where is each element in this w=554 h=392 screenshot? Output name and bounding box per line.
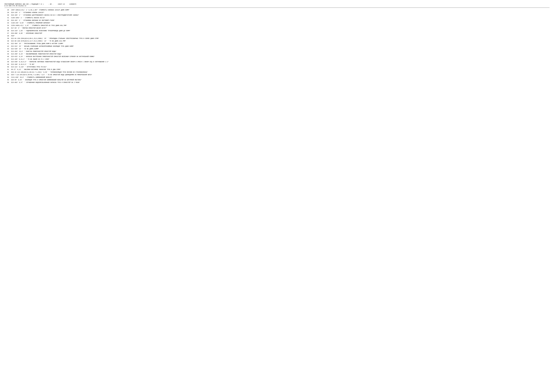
row-number: 46	[5, 56, 11, 58]
table-row: 42Е22-521' 25' ' ВЕСЬМА УСИЛЕННАЯ АНТИКО…	[5, 45, 549, 47]
row-content: Е20-696' 0,05' ' КРЕПЛЕНИЕ ЕМКОСТЕЙ*	[11, 32, 549, 35]
row-content: Е16-219' 1,03' ' ГИДРАВЛИЧЕСКОЕ ИСПЫТАНИ…	[11, 30, 549, 32]
table-row: 30Е18-165' 1' ' УСТАНОВКА ЦЕНТРОБЕЖНОГО …	[5, 14, 549, 16]
row-number: 50	[5, 66, 11, 68]
row-number: 33	[5, 22, 11, 24]
table-row: 38Р20*	[5, 35, 549, 37]
header-divider	[5, 7, 549, 8]
row-content: С159-3405(=21)' 1,97' ' СТОИМОСТЬ ЕМКОСТ…	[11, 25, 549, 27]
row-number: 55	[5, 79, 11, 81]
row-content: Е13-269' 0,24' ' ОБЕЗЖИРИВАНИЕ ПОВЕРХНОС…	[11, 53, 549, 55]
row-number: 45	[5, 53, 11, 55]
table-row: 36Е16-219' 1,03' ' ГИДРАВЛИЧЕСКОЕ ИСПЫТА…	[5, 30, 549, 32]
row-content: Е15-648' 0,18,0,5' ' ПОКРЫТИЕ НАРУЖНЫХ П…	[11, 61, 549, 63]
row-number: 42	[5, 45, 11, 47]
row-content: Е22-69 130-1570(А2=0,11+7,53,0,999#)' 15…	[11, 40, 549, 42]
table-row: 47Е13-165' 0,24,2' ' ТО ЖЕ ЛАКОМ ХО-76 2…	[5, 58, 549, 60]
row-number: 49	[5, 63, 11, 65]
row-number: 38	[5, 35, 11, 37]
row-content: Е22-521' 25' ' ВЕСЬМА УСИЛЕННАЯ АНТИКОРР…	[11, 45, 549, 47]
content-area: 282307-10812(=21)' 1' 6,40,1,087' СТОИМО…	[5, 9, 549, 84]
row-content: Р20*	[11, 35, 549, 37]
row-content: Е13-166' 0,18,0,5' ' ТО ЖЕ*	[11, 63, 549, 65]
row-content: Е26-16 114-106(А2=11,86+44,7.1,03#)' 0,3…	[11, 71, 549, 73]
table-row: 40Е22-69 130-1570(А2=0,11+7,53,0,999#)' …	[5, 40, 549, 42]
row-content: Е16-135' 1' ' УСТАНОВКА КЛАПНА 19421Р*	[11, 12, 549, 14]
row-content: Е22-494' 15' ' ПРОТАСКИВАНИЕ ТРУБЫ ДИАМ.…	[11, 43, 549, 45]
row-number: 29	[5, 12, 11, 14]
row-number: 32	[5, 20, 11, 21]
row-number: 53	[5, 74, 11, 76]
row-number: 54	[5, 76, 11, 78]
header-left: ПРОГРАММНЫЙ КОМПЛЕКС АВС-ЗЕС ( РЕДАКЦИЯ …	[5, 3, 76, 7]
row-content: Е26-69' 0,53' ' ИЗОЛЯЦИЯ ТРУБ И ЕМКОСТЕЙ…	[11, 79, 549, 81]
table-row: 56Е15-663' 0,57' ' УЛУЧШЕННАЯ ВОДОЭМУЛЬС…	[5, 82, 549, 84]
row-number: 31	[5, 17, 11, 19]
row-content: Е26-7 114-207(А2=5,56+56,7.0,98#)' 0,6' …	[11, 74, 549, 76]
row-number: 30	[5, 14, 11, 16]
row-content: Е13-165' 0,24,2' ' ТО ЖЕ ЛАКОМ ХО-76 2 С…	[11, 58, 549, 60]
table-row: 43Е22-526' 15' ' ТО ЖЕ ДИАМ.219ММ*	[5, 48, 549, 50]
row-number: 39	[5, 37, 11, 40]
row-number: 44	[5, 50, 11, 52]
table-row: 46Е15-615' 0,24' ' ОКРАСКА ВНУТРЕННИХ ПО…	[5, 56, 549, 58]
row-content: Е15-663' 0,57' ' УЛУЧШЕННАЯ ВОДОЭМУЛЬСИО…	[11, 82, 549, 84]
row-content: Е22-526' 15' ' ТО ЖЕ ДИАМ.219ММ*	[11, 48, 549, 50]
row-content: Е22-64 130-1564(А2=0,06+1,29,0,998#)' 25…	[11, 37, 549, 40]
page-header: ПРОГРАММНЫЙ КОМПЛЕКС АВС-ЗЕС ( РЕДАКЦИЯ …	[5, 3, 549, 7]
table-row: 33С130-245' 0,04' ' СТОИМОСТЬ ПРИЕМНОЙ В…	[5, 22, 549, 24]
row-number: 36	[5, 30, 11, 32]
table-row: 50Е13-121' 0,116' ' ОГРУНТОВКА ТРУБ ГФ-0…	[5, 66, 549, 68]
table-row: 52Е26-16 114-106(А2=11,86+44,7.1,03#)' 0…	[5, 71, 549, 73]
row-content: 2307-10812(=21)' 1' 6,40,1,087' СТОИМОСТ…	[11, 9, 549, 11]
header-top-row: ПРОГРАММНЫЙ КОМПЛЕКС АВС-ЗЕС ( РЕДАКЦИЯ …	[5, 3, 76, 5]
row-number: 28	[5, 9, 11, 11]
table-row: 39Е22-64 130-1564(А2=0,06+1,29,0,998#)' …	[5, 37, 549, 40]
row-number: 37	[5, 32, 11, 35]
row-number: 35	[5, 27, 11, 29]
row-number: 52	[5, 71, 11, 73]
doc-number: 24637-13	[58, 3, 65, 5]
row-content: Е17-94' 3' ' МОНТАЖ ЕМКОСТЕЙ ВЕСОМ 657КГ…	[11, 27, 549, 29]
table-row: 35Е17-94' 3' ' МОНТАЖ ЕМКОСТЕЙ ВЕСОМ 657…	[5, 27, 549, 29]
page-number: - 86 -	[48, 3, 53, 5]
table-row: 48Е15-648' 0,18,0,5' ' ПОКРЫТИЕ НАРУЖНЫХ…	[5, 61, 549, 63]
table-row: 53Е26-7 114-207(А2=5,56+56,7.0,98#)' 0,6…	[5, 74, 549, 76]
row-number: 34	[5, 25, 11, 27]
row-number: 56	[5, 82, 11, 84]
table-row: 49Е13-166' 0,18,0,5' ' ТО ЖЕ*	[5, 63, 549, 65]
table-row: 32Е16-191' 1' ' УСТАНОВКА ВОРОНКИ ИЗ ЛИС…	[5, 20, 549, 21]
table-row: 31С130-1953' 1' ' СТОИМОСТЬ НАСОСА К8/18…	[5, 17, 549, 19]
row-number: 51	[5, 69, 11, 70]
table-row: 29Е16-135' 1' ' УСТАНОВКА КЛАПНА 19421Р*	[5, 12, 549, 14]
program-title: ПРОГРАММНЫЙ КОМПЛЕКС АВС-ЗЕС ( РЕДАКЦИЯ …	[5, 3, 44, 5]
table-row: 54С111-620' 29,0' ' СТОИМОСТЬ АЛЮМИНИЕВО…	[5, 76, 549, 78]
table-row: 37Е20-696' 0,05' ' КРЕПЛЕНИЕ ЕМКОСТЕЙ*	[5, 32, 549, 35]
row-content: С111-620' 29,0' ' СТОИМОСТЬ АЛЮМИНИЕВОЙ …	[11, 76, 549, 78]
table-row: 44Е13-263' 23,6' ' ОЧИСТКА ПОВЕРХНОСТЕЙ …	[5, 50, 549, 52]
row-content: Е8-27' 0,12' ' МАСЛЯНО-БИТУМНОЕ ПОКРЫТИЕ…	[11, 69, 549, 70]
row-number: 43	[5, 48, 11, 50]
subtitle: А-IV-600-476.90 Альбом I2	[5, 5, 76, 7]
table-row: 45Е13-269' 0,24' ' ОБЕЗЖИРИВАНИЕ ПОВЕРХН…	[5, 53, 549, 55]
row-number: 41	[5, 43, 11, 45]
row-number: 40	[5, 40, 11, 42]
row-number: 47	[5, 58, 11, 60]
row-number: 48	[5, 61, 11, 63]
table-row: 34С159-3405(=21)' 1,97' ' СТОИМОСТЬ ЕМКО…	[5, 25, 549, 27]
table-row: 55Е26-69' 0,53' ' ИЗОЛЯЦИЯ ТРУБ И ЕМКОСТ…	[5, 79, 549, 81]
row-content: С130-245' 0,04' ' СТОИМОСТЬ ПРИЕМНОЙ ВОР…	[11, 22, 549, 24]
code: 14900079	[69, 3, 76, 5]
table-row: 282307-10812(=21)' 1' 6,40,1,087' СТОИМО…	[5, 9, 549, 11]
row-content: Е18-165' 1' ' УСТАНОВКА ЦЕНТРОБЕЖНОГО НА…	[11, 14, 549, 16]
row-content: Е13-263' 23,6' ' ОЧИСТКА ПОВЕРХНОСТЕЙ ЕМ…	[11, 50, 549, 52]
table-row: 41Е22-494' 15' ' ПРОТАСКИВАНИЕ ТРУБЫ ДИА…	[5, 43, 549, 45]
table-row: 51Е8-27' 0,12' ' МАСЛЯНО-БИТУМНОЕ ПОКРЫТ…	[5, 69, 549, 70]
row-content: Е13-121' 0,116' ' ОГРУНТОВКА ТРУБ ГФ-021…	[11, 66, 549, 68]
row-content: Е15-615' 0,24' ' ОКРАСКА ВНУТРЕННИХ ПОВЕ…	[11, 56, 549, 58]
row-content: Е16-191' 1' ' УСТАНОВКА ВОРОНКИ ИЗ ЛИСТО…	[11, 20, 549, 21]
row-content: С130-1953' 1' ' СТОИМОСТЬ НАСОСА К8/18*	[11, 17, 549, 19]
